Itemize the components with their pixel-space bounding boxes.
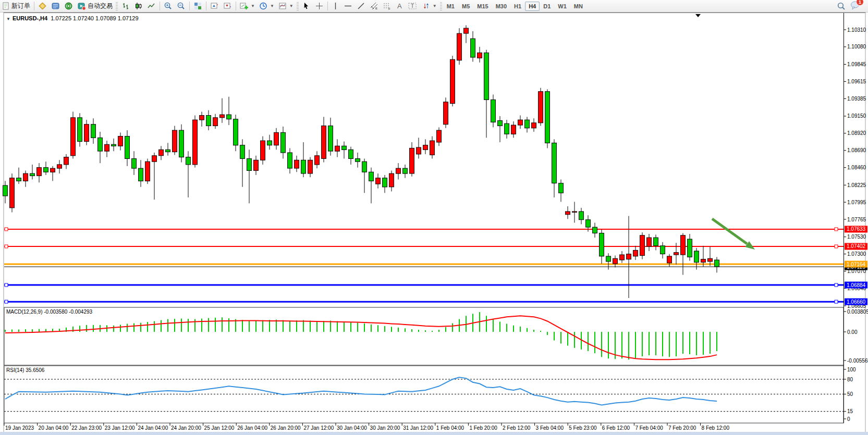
rsi-levels	[4, 379, 843, 412]
time-axis-label: 24 Jan 04:00	[138, 425, 168, 431]
price-axis-tick: 1.08225	[847, 182, 866, 188]
rsi-indicator-label: RSI(14) 35.6506	[6, 367, 44, 373]
chart-title: ▼EURUSD-,H4 1.07225 1.07240 1.07089 1.07…	[6, 15, 139, 21]
candlestick-series	[3, 25, 719, 298]
rsi-axis-tick: 15	[847, 408, 853, 414]
rsi-axis-tick: 0	[847, 416, 850, 422]
chart-shift-marker	[695, 14, 701, 17]
price-axis-tick: 1.08460	[847, 165, 866, 170]
macd-main-value: -0.003580	[44, 309, 67, 315]
time-axis-label: 7 Feb 04:00	[635, 425, 663, 431]
line-handle	[835, 245, 838, 248]
line-price-label: 1.06660	[847, 299, 866, 305]
rsi-axis: 1008050150	[843, 367, 856, 422]
quote-close: 1.07129	[118, 15, 139, 21]
price-axis-tick: 1.08920	[847, 130, 866, 136]
line-handle	[835, 300, 838, 303]
time-axis-label: 19 Jan 2023	[5, 425, 34, 431]
time-axis-label: 6 Feb 12:00	[602, 425, 630, 431]
macd-signal-line	[5, 316, 717, 359]
time-axis-label: 25 Jan 12:00	[204, 425, 235, 431]
line-price-label: 1.07164	[847, 262, 866, 267]
line-handle	[5, 300, 8, 303]
price-axis-tick: 1.10310	[847, 27, 866, 33]
price-axis-tick: 1.09615	[847, 79, 866, 84]
macd-axis-tick: -0.005569	[847, 358, 868, 364]
time-axis-label: 1 Feb 04:00	[436, 425, 464, 431]
rsi-name: RSI(14)	[6, 367, 24, 373]
line-handle	[5, 228, 8, 231]
chevron-down-icon[interactable]: ▼	[6, 17, 10, 21]
price-axis-tick: 1.07765	[847, 217, 866, 222]
quote-open: 1.07225	[51, 15, 71, 21]
rsi-value: 35.6506	[26, 367, 44, 373]
line-handle	[835, 228, 838, 231]
time-axis-label: 26 Jan 04:00	[237, 425, 267, 431]
time-axis-label: 2 Feb 12:00	[503, 425, 531, 431]
time-axis-label: 5 Feb 23:00	[569, 425, 597, 431]
macd-name: MACD(12,26,9)	[6, 309, 42, 315]
time-axis-label: 22 Jan 23:00	[71, 425, 102, 431]
time-axis-label: 8 Feb 12:00	[702, 425, 730, 431]
time-axis-label: 31 Jan 12:00	[403, 425, 433, 431]
macd-axis-tick: 0.00	[847, 329, 858, 335]
time-axis-label: 23 Jan 12:00	[105, 425, 135, 431]
panel-borders	[4, 13, 865, 432]
time-axis-label: 24 Jan 20:00	[171, 425, 201, 431]
rsi-axis-tick: 100	[847, 367, 856, 372]
quote-high: 1.07240	[73, 15, 94, 21]
time-axis-label: 30 Jan 20:00	[370, 425, 400, 431]
line-price-label: 1.07402	[847, 243, 866, 249]
rsi-axis-tick: 50	[847, 391, 853, 397]
time-axis-label: 3 Feb 04:00	[536, 425, 564, 431]
line-handle	[5, 245, 8, 248]
arrow-annotation[interactable]	[712, 219, 755, 250]
line-handle	[835, 283, 838, 287]
macd-signal-value: -0.004293	[69, 309, 92, 315]
rsi-axis-tick: 80	[847, 377, 853, 382]
price-axis-tick: 1.07995	[847, 200, 866, 205]
price-axis-tick: 1.08690	[847, 147, 866, 153]
macd-indicator-label: MACD(12,26,9) -0.003580 -0.004293	[6, 309, 92, 315]
time-axis-label: 20 Jan 04:00	[39, 425, 69, 431]
time-axis-label: 7 Feb 20:00	[668, 425, 696, 431]
chart-canvas[interactable]: 1.103101.100801.098451.096151.093851.091…	[0, 0, 868, 435]
price-axis-tick: 1.07300	[847, 251, 866, 257]
price-axis-tick: 1.09845	[847, 61, 866, 67]
line-price-label: 1.06884	[847, 282, 866, 288]
macd-histogram	[5, 312, 717, 359]
time-axis-label: 26 Jan 20:00	[271, 425, 301, 431]
chart-symbol: EURUSD-,H4	[13, 15, 47, 21]
price-axis-tick: 1.07530	[847, 234, 866, 240]
rsi-line	[5, 377, 717, 405]
price-axis-tick: 1.10080	[847, 44, 866, 49]
quote-low: 1.07089	[95, 15, 116, 21]
price-axis-tick: 1.09385	[847, 96, 866, 102]
mt4-window: { "toolbar": { "new_order_label": "新订单",…	[0, 0, 868, 435]
macd-axis-tick: 0.003805	[847, 309, 868, 315]
line-price-label: 1.07633	[847, 226, 866, 232]
price-axis-tick: 1.09150	[847, 113, 866, 119]
time-axis-label: 1 Feb 20:00	[469, 425, 497, 431]
time-axis: 19 Jan 202320 Jan 04:0022 Jan 23:0023 Ja…	[4, 423, 729, 431]
time-axis-label: 30 Jan 04:00	[337, 425, 367, 431]
line-handle	[5, 283, 8, 287]
macd-axis: 0.0038050.00-0.005569	[843, 309, 868, 364]
window-bottom-edge	[0, 432, 868, 435]
time-axis-label: 27 Jan 12:00	[303, 425, 334, 431]
